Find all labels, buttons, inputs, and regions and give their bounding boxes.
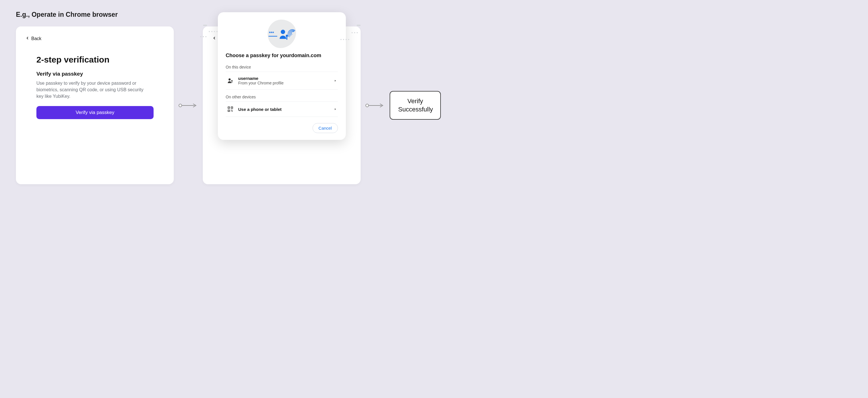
passkey-option-username[interactable]: username From your Chrome profile <box>226 72 338 90</box>
svg-point-5 <box>285 35 288 37</box>
verify-passkey-button[interactable]: Verify via passkey <box>36 106 154 119</box>
option-username-sub: From your Chrome profile <box>238 81 329 85</box>
svg-point-17 <box>366 104 369 107</box>
svg-rect-15 <box>231 111 231 111</box>
step1-subheading: Verify via passkey <box>36 71 153 77</box>
svg-point-4 <box>281 30 285 34</box>
step1-heading: 2-step verification <box>36 55 153 65</box>
arrow-1 <box>177 103 199 108</box>
svg-rect-12 <box>228 110 229 112</box>
svg-rect-11 <box>231 107 232 109</box>
option-phone-title: Use a phone or tablet <box>238 107 329 112</box>
result-line1: Verify <box>398 97 432 105</box>
svg-point-7 <box>228 78 230 80</box>
svg-rect-13 <box>231 110 231 110</box>
chevron-right-icon <box>334 107 337 112</box>
dialog-title-prefix: Choose a passkey for <box>226 53 280 58</box>
svg-rect-6 <box>286 37 287 40</box>
passkey-dialog: *** <box>218 12 346 140</box>
svg-point-0 <box>179 104 182 107</box>
svg-rect-10 <box>228 107 229 109</box>
option-username-title: username <box>238 76 329 81</box>
arrow-2 <box>364 103 386 108</box>
chevron-left-icon <box>26 36 30 41</box>
passkey-option-phone[interactable]: Use a phone or tablet <box>226 102 338 117</box>
svg-rect-16 <box>232 111 232 112</box>
result-box: Verify Successfully <box>390 91 441 120</box>
person-key-icon <box>227 77 234 84</box>
dialog-title: Choose a passkey for yourdomain.com <box>226 53 338 59</box>
passkey-icon: *** <box>268 24 296 44</box>
step1-card: Back 2-step verification Verify via pass… <box>16 27 174 184</box>
chevron-left-icon <box>212 36 216 41</box>
svg-rect-9 <box>231 81 232 83</box>
qr-icon <box>227 106 234 112</box>
back-label: Back <box>31 36 41 41</box>
svg-text:***: *** <box>269 30 274 35</box>
passkey-illustration: *** <box>226 20 338 48</box>
back-button[interactable]: Back <box>26 36 41 41</box>
svg-rect-14 <box>232 110 232 110</box>
dialog-domain: yourdomain.com <box>280 53 321 58</box>
cancel-button[interactable]: Cancel <box>313 123 338 133</box>
page-title: E.g., Operate in Chrome browser <box>16 11 852 19</box>
step1-description: Use passkey to verify by your device pas… <box>36 80 145 100</box>
section-this-device: On this device <box>226 65 338 69</box>
arrow-right-icon <box>365 103 385 108</box>
flow-row: Back 2-step verification Verify via pass… <box>16 27 852 184</box>
chevron-right-icon <box>334 78 337 83</box>
svg-point-8 <box>231 80 232 81</box>
arrow-right-icon <box>178 103 198 108</box>
section-other-devices: On other devices <box>226 95 338 99</box>
step2-wrap: Back *** <box>203 27 361 184</box>
result-line2: Successfully <box>398 105 432 114</box>
